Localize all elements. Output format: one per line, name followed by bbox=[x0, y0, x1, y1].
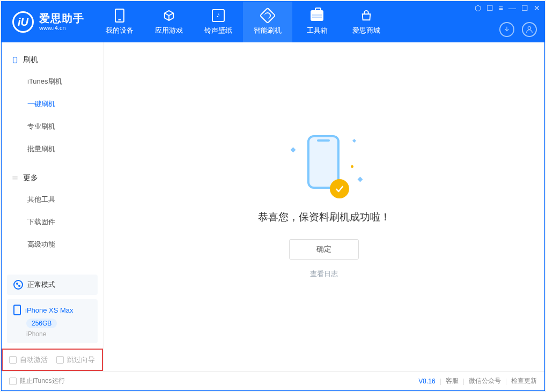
checkbox-label: 阻止iTunes运行 bbox=[20, 376, 65, 386]
app-window: iU 爱思助手 www.i4.cn 我的设备 应用游戏 铃声壁纸 bbox=[1, 1, 545, 391]
device-type: iPhone bbox=[26, 330, 91, 338]
tab-label: 铃声壁纸 bbox=[204, 26, 232, 35]
nav-header-more: 更多 bbox=[2, 168, 103, 188]
tab-label: 工具箱 bbox=[307, 26, 328, 35]
tab-apps-games[interactable]: 应用游戏 bbox=[144, 2, 194, 42]
toolbox-icon bbox=[310, 9, 324, 23]
cube-icon bbox=[162, 9, 176, 23]
footer-link-update[interactable]: 检查更新 bbox=[511, 376, 537, 386]
maximize-button[interactable]: ☐ bbox=[521, 4, 528, 12]
refresh-icon bbox=[261, 9, 275, 23]
footer-link-support[interactable]: 客服 bbox=[446, 376, 459, 386]
shop-icon bbox=[359, 9, 373, 23]
tab-label: 爱思商城 bbox=[352, 26, 380, 35]
lock-icon[interactable]: ☐ bbox=[486, 4, 493, 12]
success-illustration bbox=[284, 135, 364, 194]
tab-smart-flash[interactable]: 智能刷机 bbox=[243, 2, 292, 42]
download-button[interactable] bbox=[499, 22, 514, 37]
tab-label: 智能刷机 bbox=[254, 26, 282, 35]
divider: | bbox=[440, 378, 441, 385]
checkbox-block-itunes[interactable]: 阻止iTunes运行 bbox=[9, 376, 65, 386]
sparkle-icon bbox=[358, 176, 363, 182]
main-content: 恭喜您，保资料刷机成功啦！ 确定 查看日志 bbox=[104, 42, 544, 371]
checkbox-label: 跳过向导 bbox=[67, 355, 95, 365]
checkbox-box bbox=[56, 356, 64, 364]
nav-item-pro-flash[interactable]: 专业刷机 bbox=[2, 115, 103, 138]
device-storage-badge: 256GB bbox=[26, 319, 57, 328]
checkbox-skip-wizard[interactable]: 跳过向导 bbox=[56, 355, 95, 365]
body: 刷机 iTunes刷机 一键刷机 专业刷机 批量刷机 更多 其他工具 下载固件 … bbox=[2, 42, 544, 371]
check-circle-icon bbox=[330, 179, 349, 198]
close-button[interactable]: ✕ bbox=[534, 4, 540, 12]
minimize-button[interactable]: — bbox=[508, 4, 516, 12]
mode-icon bbox=[13, 280, 23, 290]
sparkle-icon bbox=[352, 138, 356, 142]
logo: iU 爱思助手 www.i4.cn bbox=[2, 2, 95, 42]
view-log-link[interactable]: 查看日志 bbox=[310, 269, 338, 279]
phone-icon bbox=[13, 305, 21, 315]
checkbox-auto-activate[interactable]: 自动激活 bbox=[9, 355, 48, 365]
nav-item-advanced[interactable]: 高级功能 bbox=[2, 233, 103, 256]
nav-section-flash: 刷机 iTunes刷机 一键刷机 专业刷机 批量刷机 bbox=[2, 42, 103, 160]
header-right-buttons bbox=[499, 22, 537, 37]
nav-item-batch-flash[interactable]: 批量刷机 bbox=[2, 138, 103, 160]
device-panel: 正常模式 iPhone XS Max 256GB iPhone bbox=[2, 269, 103, 349]
footer-link-wechat[interactable]: 微信公众号 bbox=[469, 376, 501, 386]
nav-header-label: 刷机 bbox=[23, 55, 38, 65]
user-button[interactable] bbox=[522, 22, 537, 37]
tab-label: 我的设备 bbox=[106, 26, 134, 35]
sidebar: 刷机 iTunes刷机 一键刷机 专业刷机 批量刷机 更多 其他工具 下载固件 … bbox=[2, 42, 104, 371]
nav-header-flash: 刷机 bbox=[2, 50, 103, 70]
nav-item-other-tools[interactable]: 其他工具 bbox=[2, 188, 103, 211]
logo-text: 爱思助手 www.i4.cn bbox=[39, 12, 84, 32]
phone-icon bbox=[113, 9, 127, 23]
menu-icon[interactable]: ≡ bbox=[499, 4, 503, 12]
tab-label: 应用游戏 bbox=[155, 26, 183, 35]
success-message: 恭喜您，保资料刷机成功啦！ bbox=[258, 210, 390, 224]
svg-rect-1 bbox=[13, 57, 17, 63]
dot-icon bbox=[351, 165, 353, 168]
nav-item-download-firmware[interactable]: 下载固件 bbox=[2, 211, 103, 233]
device-name: iPhone XS Max bbox=[25, 306, 73, 314]
divider: | bbox=[463, 378, 464, 385]
checkbox-label: 自动激活 bbox=[20, 355, 48, 365]
footer-right: V8.16 | 客服 | 微信公众号 | 检查更新 bbox=[418, 376, 537, 386]
app-title: 爱思助手 bbox=[39, 12, 84, 25]
checkbox-box bbox=[9, 356, 17, 364]
nav-header-label: 更多 bbox=[23, 173, 38, 183]
mode-label: 正常模式 bbox=[27, 280, 55, 290]
footer: 阻止iTunes运行 V8.16 | 客服 | 微信公众号 | 检查更新 bbox=[2, 371, 544, 390]
confirm-button[interactable]: 确定 bbox=[289, 239, 359, 260]
main-tabs: 我的设备 应用游戏 铃声壁纸 智能刷机 工具箱 bbox=[95, 2, 391, 42]
tab-shop[interactable]: 爱思商城 bbox=[342, 2, 391, 42]
nav-section-more: 更多 其他工具 下载固件 高级功能 bbox=[2, 160, 103, 256]
header: iU 爱思助手 www.i4.cn 我的设备 应用游戏 铃声壁纸 bbox=[2, 2, 544, 42]
divider: | bbox=[505, 378, 507, 385]
device-box[interactable]: iPhone XS Max 256GB iPhone bbox=[7, 299, 98, 343]
tab-toolbox[interactable]: 工具箱 bbox=[292, 2, 342, 42]
checkbox-box bbox=[9, 378, 17, 385]
options-row: 自动激活 跳过向导 bbox=[2, 349, 103, 371]
version-label: V8.16 bbox=[418, 378, 435, 385]
mode-box[interactable]: 正常模式 bbox=[7, 275, 98, 295]
device-icon bbox=[11, 56, 19, 64]
nav-item-onekey-flash[interactable]: 一键刷机 bbox=[2, 93, 103, 115]
tshirt-icon[interactable]: ⬡ bbox=[475, 4, 481, 12]
titlebar-controls: ⬡ ☐ ≡ — ☐ ✕ bbox=[475, 4, 540, 12]
sparkle-icon bbox=[291, 147, 296, 152]
nav-item-itunes-flash[interactable]: iTunes刷机 bbox=[2, 70, 103, 93]
svg-point-0 bbox=[528, 27, 530, 29]
tab-my-device[interactable]: 我的设备 bbox=[95, 2, 144, 42]
list-icon bbox=[11, 174, 19, 182]
app-subtitle: www.i4.cn bbox=[39, 25, 84, 32]
logo-icon: iU bbox=[12, 11, 34, 33]
tab-ringtone-wallpaper[interactable]: 铃声壁纸 bbox=[194, 2, 243, 42]
music-icon bbox=[211, 9, 225, 23]
